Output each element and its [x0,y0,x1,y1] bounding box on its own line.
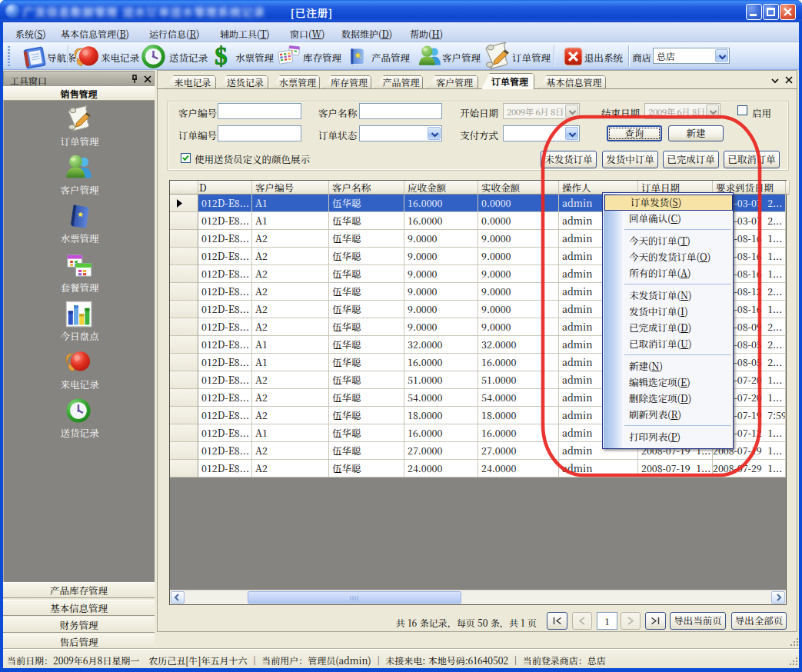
svg-text:$: $ [215,45,227,68]
